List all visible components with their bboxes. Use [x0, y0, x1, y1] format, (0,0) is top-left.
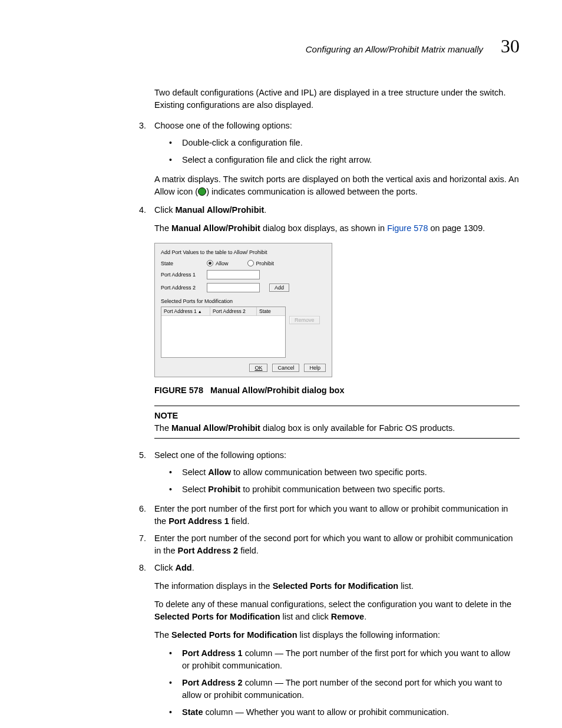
col-state[interactable]: State	[257, 307, 285, 315]
bullet-text: State column — Whether you want to allow…	[182, 706, 520, 719]
cancel-button[interactable]: Cancel	[272, 364, 299, 372]
chapter-number: 30	[501, 35, 520, 57]
step-text: Click Manual Allow/Prohibit.	[154, 204, 520, 216]
intro-paragraph: Two default configurations (Active and I…	[154, 87, 520, 111]
prohibit-radio[interactable]: Prohibit	[247, 260, 275, 266]
step-number: 6.	[139, 503, 154, 528]
step-3: 3. Choose one of the following options:	[42, 120, 520, 132]
step-6: 6. Enter the port number of the first po…	[42, 503, 520, 528]
step8-bullets: • Port Address 1 column — The port numbe…	[42, 647, 520, 719]
step8-p1: The information displays in the Selected…	[154, 580, 520, 592]
figure-578: Add Port Values to the table to Allow/ P…	[154, 243, 520, 395]
step8-p2: To delete any of these manual configurat…	[154, 598, 520, 623]
remove-button[interactable]: Remove	[289, 316, 320, 324]
col-port-address-1[interactable]: Port Address 1 ▲	[161, 307, 210, 315]
dialog-footer: OK Cancel Help	[161, 364, 326, 372]
list-item: • Port Address 2 column — The port numbe…	[169, 677, 520, 701]
bullet-text: Double-click a configuration file.	[182, 137, 520, 149]
step-7: 7. Enter the port number of the second p…	[42, 532, 520, 557]
bullet-icon: •	[169, 677, 182, 701]
pa1-label: Port Address 1	[161, 272, 204, 278]
step-text: Select one of the following options:	[154, 449, 520, 462]
bullet-icon: •	[169, 137, 182, 149]
pa1-row: Port Address 1	[161, 270, 326, 279]
dialog-instruction: Add Port Values to the table to Allow/ P…	[161, 249, 326, 255]
port-address-1-input[interactable]	[207, 270, 260, 279]
bullet-text: Port Address 1 column — The port number …	[182, 647, 520, 672]
bullet-icon: •	[169, 483, 182, 496]
bullet-text: Port Address 2 column — The port number …	[182, 677, 520, 701]
step-number: 5.	[139, 449, 154, 462]
step-number: 3.	[139, 120, 154, 132]
list-item: • Port Address 1 column — The port numbe…	[169, 647, 520, 672]
figure-link[interactable]: Figure 578	[387, 223, 428, 233]
bullet-icon: •	[169, 647, 182, 672]
step-text: Enter the port number of the second port…	[154, 532, 520, 557]
manual-allow-prohibit-dialog: Add Port Values to the table to Allow/ P…	[154, 243, 332, 377]
step3-after: A matrix displays. The switch ports are …	[154, 173, 520, 198]
step-text: Choose one of the following options:	[154, 120, 520, 132]
list-item: • Select Prohibit to prohibit communicat…	[169, 483, 520, 496]
help-button[interactable]: Help	[304, 364, 326, 372]
state-row: State Allow Prohibit	[161, 260, 326, 266]
bullet-text: Select Allow to allow communication betw…	[182, 466, 520, 479]
page-header: Configuring an Allow/Prohibit Matrix man…	[42, 35, 520, 57]
step-number: 7.	[139, 532, 154, 557]
note-text: The Manual Allow/Prohibit dialog box is …	[154, 422, 520, 434]
bullet-icon: •	[169, 466, 182, 479]
step-text: Click Add.	[154, 562, 520, 574]
bullet-text: Select a configuration file and click th…	[182, 154, 520, 166]
step-number: 8.	[139, 562, 154, 574]
ok-button[interactable]: OK	[249, 364, 267, 372]
radio-icon	[207, 260, 213, 266]
list-item: • Double-click a configuration file.	[169, 137, 520, 149]
port-address-2-input[interactable]	[207, 283, 260, 292]
table-side-buttons: Remove	[289, 307, 320, 358]
step-text: Enter the port number of the first port …	[154, 503, 520, 528]
header-title: Configuring an Allow/Prohibit Matrix man…	[306, 44, 483, 54]
page: Configuring an Allow/Prohibit Matrix man…	[0, 0, 562, 728]
selected-ports-table[interactable]: Port Address 1 ▲ Port Address 2 State	[161, 307, 286, 358]
step4-after: The Manual Allow/Prohibit dialog box dis…	[154, 222, 520, 235]
allow-radio[interactable]: Allow	[207, 260, 229, 266]
note-label: NOTE	[154, 410, 520, 422]
list-item: • Select Allow to allow communication be…	[169, 466, 520, 479]
allow-icon	[198, 187, 206, 196]
step-5: 5. Select one of the following options:	[42, 449, 520, 462]
step-8: 8. Click Add.	[42, 562, 520, 574]
note-box: NOTE The Manual Allow/Prohibit dialog bo…	[154, 406, 520, 439]
list-item: • Select a configuration file and click …	[169, 154, 520, 166]
add-button[interactable]: Add	[269, 284, 289, 292]
bullet-icon: •	[169, 154, 182, 166]
pa2-label: Port Address 2	[161, 285, 204, 291]
pa2-row: Port Address 2 Add	[161, 283, 326, 292]
selected-ports-table-area: Port Address 1 ▲ Port Address 2 State Re…	[161, 307, 326, 358]
figure-caption: FIGURE 578 Manual Allow/Prohibit dialog …	[154, 386, 520, 395]
bullet-text: Select Prohibit to prohibit communicatio…	[182, 483, 520, 496]
list-item: • State column — Whether you want to all…	[169, 706, 520, 719]
step5-bullets: • Select Allow to allow communication be…	[42, 466, 520, 496]
bullet-icon: •	[169, 706, 182, 719]
radio-icon	[247, 260, 254, 266]
state-label: State	[161, 261, 204, 266]
step-4: 4. Click Manual Allow/Prohibit.	[42, 204, 520, 216]
selected-ports-heading: Selected Ports for Modification	[161, 298, 326, 304]
step-number: 4.	[139, 204, 154, 216]
step3-bullets: • Double-click a configuration file. • S…	[42, 137, 520, 166]
step8-p3: The Selected Ports for Modification list…	[154, 629, 520, 641]
col-port-address-2[interactable]: Port Address 2	[210, 307, 257, 315]
table-header-row: Port Address 1 ▲ Port Address 2 State	[161, 307, 285, 316]
sort-asc-icon: ▲	[198, 309, 202, 314]
